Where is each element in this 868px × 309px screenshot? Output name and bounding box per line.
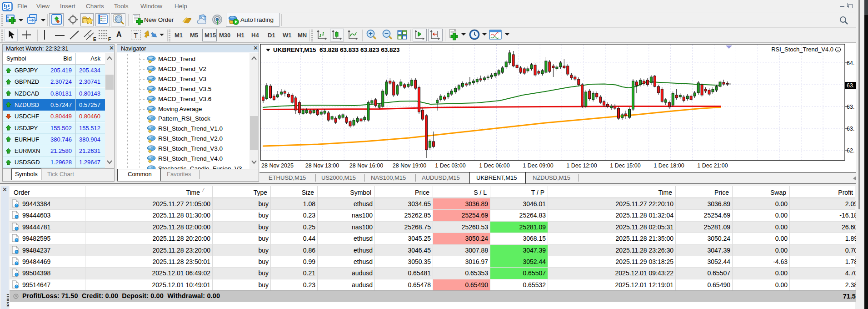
svg-text:1 Dec 03:00: 1 Dec 03:00 — [435, 162, 465, 169]
svg-text:T: T — [134, 32, 138, 39]
svg-text:28 Nov 19:00: 28 Nov 19:00 — [393, 162, 426, 169]
svg-text:1 Dec 15:00: 1 Dec 15:00 — [610, 162, 640, 169]
svg-text:minal: minal — [5, 294, 9, 308]
svg-text:64.: 64. — [847, 60, 854, 66]
svg-text:62.: 62. — [847, 147, 854, 154]
svg-text:UKBRENT,M15 63.828 63.833 63.: UKBRENT,M15 63.828 63.833 63.823 63.823 — [273, 46, 400, 53]
svg-text:1 Dec 12:00: 1 Dec 12:00 — [566, 162, 597, 169]
svg-text:28 Nov 13:00: 28 Nov 13:00 — [305, 162, 339, 169]
svg-text:1 Dec 18:00: 1 Dec 18:00 — [653, 162, 684, 169]
svg-text:1 Dec 09:00: 1 Dec 09:00 — [523, 162, 553, 169]
svg-text:63.: 63. — [847, 104, 854, 110]
svg-text:1 Dec 06:00: 1 Dec 06:00 — [479, 162, 509, 169]
svg-text:28 Nov 16:00: 28 Nov 16:00 — [349, 162, 383, 169]
svg-text:RSI_Stoch_Trend_V4.0: RSI_Stoch_Trend_V4.0 — [771, 46, 833, 53]
svg-text:28 Nov 2025: 28 Nov 2025 — [261, 162, 294, 169]
svg-text:E: E — [93, 37, 96, 41]
svg-text:1 Dec 21:00: 1 Dec 21:00 — [697, 162, 728, 169]
svg-text:63.: 63. — [847, 82, 854, 89]
svg-text:F: F — [108, 37, 111, 41]
svg-text:63.: 63. — [847, 126, 854, 132]
